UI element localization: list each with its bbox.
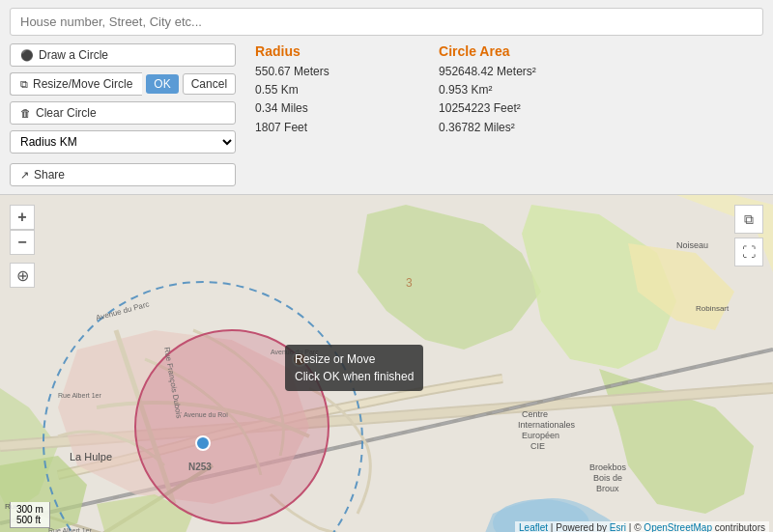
- zoom-out-button[interactable]: −: [10, 230, 35, 255]
- top-panel: ⚫ Draw a Circle ⧉ Resize/Move Circle OK …: [0, 0, 773, 195]
- resize-icon: ⧉: [20, 79, 28, 90]
- ok-button[interactable]: OK: [146, 74, 178, 94]
- layers-button[interactable]: ⧉: [734, 205, 763, 234]
- cancel-button[interactable]: Cancel: [183, 73, 236, 95]
- resize-move-label: Resize/Move Circle: [33, 77, 132, 91]
- area-km2: 0.953 Km²: [439, 81, 613, 99]
- area-meters2: 952648.42 Meters²: [439, 63, 613, 81]
- svg-text:Noiseau: Noiseau: [676, 240, 708, 250]
- svg-point-20: [196, 436, 210, 450]
- svg-text:Rue Albert 1er: Rue Albert 1er: [48, 527, 92, 532]
- svg-text:CIE: CIE: [530, 441, 545, 451]
- radius-unit-select[interactable]: Radius KM Radius Miles Radius Meters: [10, 130, 236, 154]
- draw-circle-button[interactable]: ⚫ Draw a Circle: [10, 43, 236, 67]
- svg-text:Broekbos: Broekbos: [589, 462, 627, 472]
- map-controls-left: + − ⊕: [10, 205, 35, 288]
- compass-button[interactable]: ⊕: [10, 263, 35, 288]
- zoom-in-button[interactable]: +: [10, 205, 35, 230]
- share-icon: ↗: [20, 170, 29, 181]
- svg-text:Avenue du Roi: Avenue du Roi: [184, 411, 228, 418]
- fullscreen-button[interactable]: ⛶: [734, 238, 763, 266]
- esri-link[interactable]: Esri: [610, 522, 626, 532]
- svg-text:3: 3: [406, 276, 413, 290]
- layers-icon: ⧉: [744, 211, 754, 228]
- leaflet-link[interactable]: Leaflet: [519, 522, 548, 532]
- radius-info-panel: Radius 550.67 Meters 0.55 Km 0.34 Miles …: [255, 43, 410, 137]
- scale-bar: 300 m 500 ft: [10, 502, 50, 528]
- scale-300m: 300 m: [16, 504, 43, 515]
- svg-text:Européen: Européen: [522, 431, 559, 440]
- svg-text:Bois de: Bois de: [593, 473, 622, 483]
- svg-text:Rue Albert 1er: Rue Albert 1er: [58, 392, 101, 399]
- radius-miles: 0.34 Miles: [255, 99, 410, 118]
- svg-text:Internationales: Internationales: [518, 420, 576, 430]
- clear-circle-label: Clear Circle: [36, 106, 97, 120]
- area-miles2: 0.36782 Miles²: [439, 119, 613, 137]
- compass-icon: ⊕: [16, 266, 29, 285]
- controls-row: ⚫ Draw a Circle ⧉ Resize/Move Circle OK …: [10, 43, 763, 186]
- svg-text:Centre: Centre: [522, 409, 548, 419]
- share-button[interactable]: ↗ Share: [10, 163, 236, 186]
- resize-move-button[interactable]: ⧉ Resize/Move Circle: [10, 72, 142, 96]
- area-feet2: 10254223 Feet²: [439, 99, 613, 118]
- buttons-col: ⚫ Draw a Circle ⧉ Resize/Move Circle OK …: [10, 43, 236, 186]
- attribution-contributors: contributors: [715, 522, 765, 532]
- radius-title: Radius: [255, 43, 410, 59]
- map-controls-right: ⧉ ⛶: [734, 205, 763, 266]
- radius-feet: 1807 Feet: [255, 119, 410, 137]
- map-background: La Hulpe N253 3 Centre Internationales E…: [0, 195, 773, 532]
- osm-link[interactable]: OpenStreetMap: [644, 522, 712, 532]
- svg-text:Robinsart: Robinsart: [696, 304, 730, 313]
- radius-meters: 550.67 Meters: [255, 63, 410, 81]
- search-input[interactable]: [10, 8, 763, 36]
- attribution-sep1: | Powered by: [551, 522, 610, 532]
- circle-dot-icon: ⚫: [20, 50, 34, 61]
- draw-circle-label: Draw a Circle: [39, 48, 108, 62]
- svg-text:N253: N253: [188, 462, 212, 472]
- circle-area-title: Circle Area: [439, 43, 613, 59]
- attribution: Leaflet | Powered by Esri | © OpenStreet…: [515, 521, 769, 532]
- clear-circle-button[interactable]: 🗑 Clear Circle: [10, 101, 236, 125]
- map-container[interactable]: La Hulpe N253 3 Centre Internationales E…: [0, 195, 773, 532]
- trash-icon: 🗑: [20, 108, 31, 119]
- scale-500ft: 500 ft: [16, 515, 43, 525]
- svg-text:Avenue du Parc: Avenue du Parc: [271, 349, 319, 355]
- attribution-sep2: | ©: [629, 522, 644, 532]
- svg-text:Broux: Broux: [596, 484, 619, 493]
- radius-km: 0.55 Km: [255, 81, 410, 99]
- fullscreen-icon: ⛶: [742, 244, 756, 260]
- share-label: Share: [34, 168, 65, 182]
- circle-area-info-panel: Circle Area 952648.42 Meters² 0.953 Km² …: [439, 43, 613, 137]
- resize-move-row: ⧉ Resize/Move Circle OK Cancel: [10, 72, 236, 96]
- svg-text:La Hulpe: La Hulpe: [70, 451, 112, 462]
